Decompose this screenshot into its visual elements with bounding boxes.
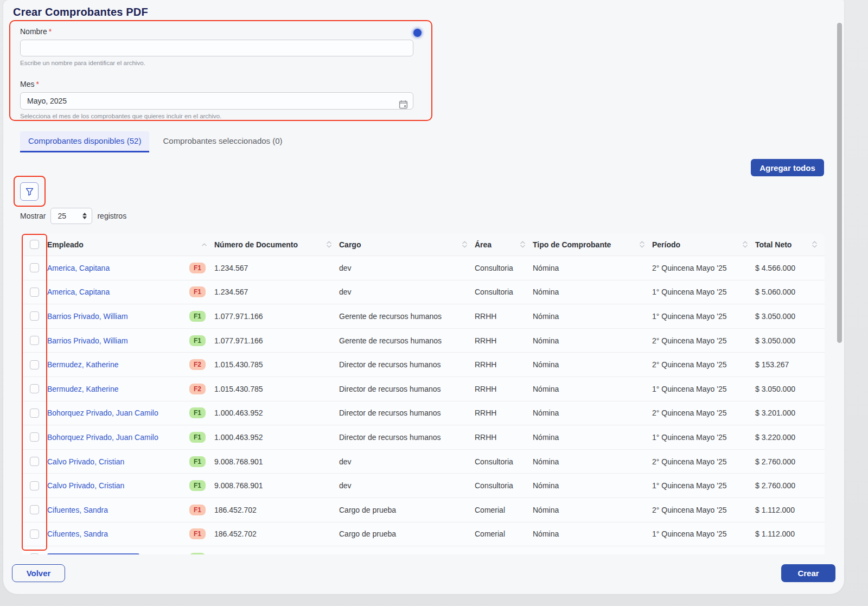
total-neto-cell: $ 5.060.000: [755, 288, 825, 296]
employee-link[interactable]: Calvo Privado, Cristian: [47, 457, 124, 466]
employee-link[interactable]: Barrios Privado, William: [47, 336, 128, 345]
row-checkbox[interactable]: [30, 384, 39, 393]
periodo-cell: 1° Quincena Mayo '25: [652, 433, 755, 442]
tab-available-vouchers[interactable]: Comprobantes disponibles (52): [20, 131, 149, 152]
month-input[interactable]: [20, 92, 413, 110]
table-row: Barrios Privado, WilliamF11.077.971.166G…: [22, 329, 825, 353]
document-cell: 186.452.702: [214, 530, 339, 538]
document-cell: 1.234.567: [214, 264, 339, 272]
select-all-checkbox[interactable]: [30, 240, 39, 249]
employee-link[interactable]: Bermudez, Katherine: [47, 385, 119, 393]
document-cell: 9.008.768.901: [214, 481, 339, 490]
column-header-periodo[interactable]: Período: [652, 240, 755, 249]
row-checkbox[interactable]: [30, 409, 39, 418]
calendar-icon[interactable]: [399, 100, 408, 109]
page-size-select[interactable]: 25: [50, 208, 92, 224]
name-input[interactable]: [20, 40, 413, 56]
periodo-cell: 1° Quincena Mayo '25: [652, 385, 755, 393]
row-checkbox[interactable]: [30, 263, 39, 272]
column-header-documento[interactable]: Número de Documento: [214, 240, 339, 249]
employee-link[interactable]: America, Capitana: [47, 264, 110, 272]
employee-cell: [47, 553, 189, 554]
tab-selected-vouchers[interactable]: Comprobantes seleccionados (0): [155, 131, 290, 152]
row-checkbox[interactable]: [30, 360, 39, 369]
row-checkbox[interactable]: [30, 505, 39, 514]
row-checkbox[interactable]: [30, 432, 39, 442]
tipo-cell: Nómina: [533, 433, 652, 442]
row-checkbox[interactable]: [30, 481, 39, 490]
back-button[interactable]: Volver: [12, 564, 65, 582]
column-header-total-neto[interactable]: Total Neto: [755, 240, 825, 249]
employee-cell: Barrios Privado, William: [47, 312, 189, 321]
badge-cell: F1: [189, 528, 214, 539]
area-cell: Comerial: [475, 530, 533, 538]
periodo-cell: 2° Quincena Mayo '25: [652, 336, 755, 345]
required-asterisk: *: [36, 80, 39, 88]
row-checkbox[interactable]: [30, 457, 39, 466]
badge-cell: F1: [189, 286, 214, 297]
required-asterisk: *: [49, 27, 52, 36]
cargo-cell: Director de recursos humanos: [339, 360, 475, 369]
total-neto-cell: $ 2.760.000: [755, 481, 825, 490]
column-header-empleado[interactable]: Empleado: [47, 240, 214, 249]
name-field-label: Nombre*: [20, 27, 422, 36]
row-checkbox[interactable]: [30, 311, 39, 321]
total-neto-cell: $ 1.112.000: [755, 530, 825, 538]
row-checkbox-cell: [22, 409, 47, 418]
employee-link[interactable]: Cifuentes, Sandra: [47, 506, 108, 514]
area-cell: Comerial: [475, 506, 533, 514]
area-cell: RRHH: [475, 433, 533, 442]
employee-cell: Bermudez, Katherine: [47, 360, 189, 369]
document-cell: 1.000.463.952: [214, 433, 339, 442]
document-cell: 1.000.463.952: [214, 409, 339, 417]
sort-icon: [743, 241, 748, 248]
employee-link[interactable]: Bohorquez Privado, Juan Camilo: [47, 433, 158, 442]
employee-link[interactable]: America, Capitana: [47, 288, 110, 296]
column-label: Empleado: [47, 240, 84, 249]
create-button[interactable]: Crear: [781, 564, 835, 582]
row-checkbox[interactable]: [30, 288, 39, 297]
tipo-cell: Nómina: [533, 385, 652, 393]
vertical-scrollbar-thumb[interactable]: [837, 23, 842, 343]
column-header-cargo[interactable]: Cargo: [339, 240, 475, 249]
total-neto-cell: $ 3.220.000: [755, 433, 825, 442]
employee-link[interactable]: Bermudez, Katherine: [47, 360, 119, 369]
add-all-button[interactable]: Agregar todos: [751, 159, 824, 176]
table-row: Calvo Privado, CristianF19.008.768.901de…: [22, 474, 825, 498]
area-cell: RRHH: [475, 385, 533, 393]
filter-funnel-icon: [25, 188, 34, 196]
create-vouchers-page: Crear Comprobantes PDF Nombre* Escribe u…: [0, 0, 868, 606]
document-cell: 1.077.971.166: [214, 336, 339, 345]
employee-link[interactable]: Bohorquez Privado, Juan Camilo: [47, 409, 158, 417]
annotation-dot: [413, 29, 422, 37]
total-neto-cell: $ 3.050.000: [755, 312, 825, 321]
cargo-cell: Director de recursos humanos: [339, 409, 475, 417]
area-cell: RRHH: [475, 336, 533, 345]
table-row: Bermudez, KatherineF21.015.430.785Direct…: [22, 377, 825, 401]
row-checkbox[interactable]: [30, 336, 39, 345]
row-checkbox[interactable]: [30, 530, 39, 539]
filter-button[interactable]: [20, 182, 39, 201]
row-checkbox[interactable]: [30, 553, 39, 554]
form-type-badge: F1: [189, 286, 206, 297]
column-header-area[interactable]: Área: [475, 240, 533, 249]
tipo-cell: Nómina: [533, 530, 652, 538]
badge-cell: F1: [189, 335, 214, 346]
column-header-tipo[interactable]: Tipo de Comprobante: [533, 240, 652, 249]
tipo-cell: Nómina: [533, 288, 652, 296]
employee-link[interactable]: Cifuentes, Sandra: [47, 530, 108, 538]
document-cell: 186.452.702: [214, 506, 339, 514]
employee-link[interactable]: Calvo Privado, Cristian: [47, 481, 124, 490]
employee-cell: Bohorquez Privado, Juan Camilo: [47, 409, 189, 417]
table-row: Bohorquez Privado, Juan CamiloF11.000.46…: [22, 401, 825, 426]
tipo-cell: Nómina: [533, 457, 652, 466]
row-checkbox-cell: [22, 505, 47, 514]
tipo-cell: Nómina: [533, 506, 652, 514]
document-cell: 9.008.768.901: [214, 457, 339, 466]
row-checkbox-cell: [22, 288, 47, 297]
cargo-cell: Gerente de recursos humanos: [339, 312, 475, 321]
employee-link[interactable]: Barrios Privado, William: [47, 312, 128, 321]
cargo-cell: dev: [339, 264, 475, 272]
area-cell: RRHH: [475, 312, 533, 321]
cargo-cell: Director de recursos humanos: [339, 385, 475, 393]
